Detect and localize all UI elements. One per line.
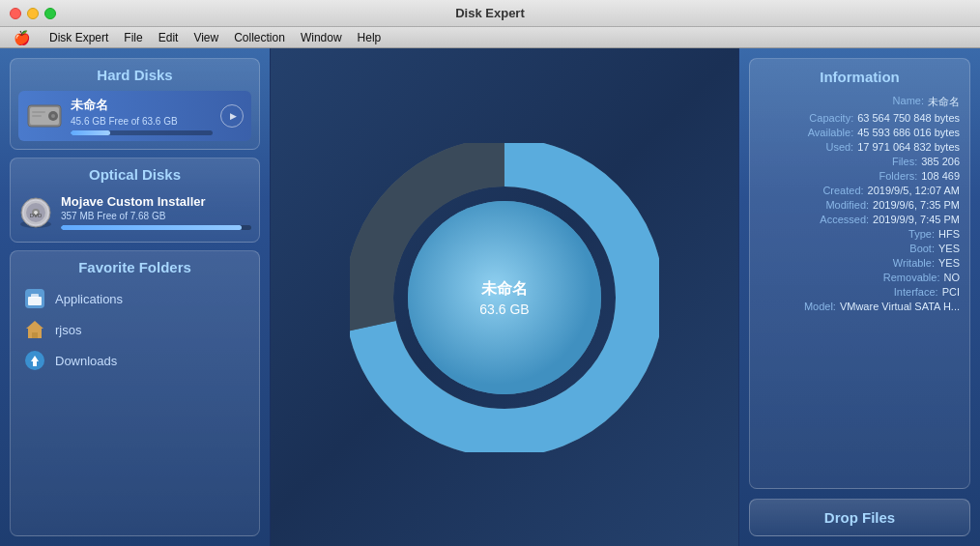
info-rows: Name:未命名Capacity:63 564 750 848 bytesAva… — [760, 95, 960, 312]
menu-app[interactable]: Disk Expert — [43, 29, 114, 46]
optical-disk-progress-bg — [61, 225, 251, 230]
folder-item-home[interactable]: rjsos — [18, 314, 251, 345]
donut-label: 未命名 63.6 GB — [479, 278, 529, 316]
window-title: Disk Expert — [455, 6, 525, 20]
favorite-folders-title: Favorite Folders — [18, 259, 251, 275]
info-box: Information Name:未命名Capacity:63 564 750 … — [749, 58, 970, 489]
hard-disk-progress-fill — [71, 130, 110, 135]
hard-disk-progress-bg — [71, 130, 213, 135]
info-row-label: Interface: — [894, 286, 938, 298]
info-row: Files:385 206 — [760, 156, 960, 167]
info-row-value: VMware Virtual SATA H... — [840, 301, 960, 312]
info-row: Modified:2019/9/6, 7:35 PM — [760, 199, 960, 211]
traffic-lights — [10, 8, 56, 19]
home-label: rjsos — [55, 323, 81, 337]
info-row: Interface:PCI — [760, 286, 960, 298]
info-row: Type:HFS — [760, 228, 960, 240]
info-row-value: 17 971 064 832 bytes — [857, 141, 960, 153]
optical-disks-section: Optical Disks DVD Mojave Custom Installe… — [10, 158, 260, 243]
menu-file[interactable]: File — [118, 29, 148, 46]
menu-edit[interactable]: Edit — [153, 29, 185, 46]
svg-rect-4 — [32, 111, 45, 113]
info-row: Available:45 593 686 016 bytes — [760, 127, 960, 138]
optical-disk-item[interactable]: DVD Mojave Custom Installer 357 MB Free … — [18, 190, 251, 234]
titlebar: Disk Expert — [0, 0, 980, 27]
close-button[interactable] — [10, 8, 21, 19]
main-area: Hard Disks 未命名 45.6 GB Free of 63.6 GB — [0, 48, 980, 546]
info-row-value: 未命名 — [928, 95, 960, 109]
info-row-value: YES — [938, 257, 960, 269]
apple-menu[interactable]: 🍎 — [8, 28, 36, 47]
downloads-icon — [24, 350, 45, 371]
optical-disk-info: Mojave Custom Installer 357 MB Free of 7… — [61, 194, 251, 230]
hard-disk-icon — [26, 101, 63, 130]
play-button[interactable] — [220, 104, 244, 128]
info-row: Name:未命名 — [760, 95, 960, 109]
info-row: Model:VMware Virtual SATA H... — [760, 301, 960, 312]
optical-disk-progress-fill — [61, 225, 242, 230]
info-row-value: HFS — [938, 228, 960, 240]
donut-disk-size: 63.6 GB — [479, 301, 529, 316]
hard-disk-info: 未命名 45.6 GB Free of 63.6 GB — [71, 97, 213, 135]
svg-rect-15 — [31, 294, 39, 298]
info-row-label: Available: — [808, 127, 854, 138]
svg-rect-5 — [32, 115, 42, 117]
info-row-label: Removable: — [883, 272, 940, 283]
info-row: Folders:108 469 — [760, 170, 960, 182]
svg-rect-14 — [28, 297, 42, 305]
menu-help[interactable]: Help — [352, 29, 388, 46]
optical-disks-title: Optical Disks — [18, 166, 251, 183]
applications-icon — [24, 288, 45, 309]
info-row: Writable:YES — [760, 257, 960, 269]
info-row-value: NO — [944, 272, 961, 283]
hard-disk-size: 45.6 GB Free of 63.6 GB — [71, 116, 213, 127]
hard-disk-item[interactable]: 未命名 45.6 GB Free of 63.6 GB — [18, 91, 251, 141]
info-row-label: Boot: — [909, 243, 935, 254]
info-row-value: PCI — [942, 286, 960, 298]
menu-view[interactable]: View — [187, 29, 224, 46]
info-row-label: Capacity: — [809, 112, 853, 124]
info-row-label: Folders: — [879, 170, 917, 182]
folder-item-downloads[interactable]: Downloads — [18, 345, 251, 376]
info-row-value: 108 469 — [921, 170, 960, 182]
info-row: Capacity:63 564 750 848 bytes — [760, 112, 960, 124]
menu-collection[interactable]: Collection — [228, 29, 291, 46]
svg-point-3 — [51, 114, 55, 118]
info-row-label: Type: — [908, 228, 935, 240]
dvd-icon: DVD — [18, 195, 53, 230]
donut-chart[interactable]: 未命名 63.6 GB — [350, 143, 659, 452]
hard-disks-title: Hard Disks — [18, 67, 251, 83]
info-row-value: 63 564 750 848 bytes — [857, 112, 960, 124]
home-icon — [24, 319, 45, 340]
hard-disk-name: 未命名 — [71, 97, 213, 114]
minimize-button[interactable] — [27, 8, 39, 19]
info-row-value: 45 593 686 016 bytes — [857, 127, 960, 138]
info-row-value: 385 206 — [921, 156, 960, 167]
folder-item-applications[interactable]: Applications — [18, 283, 251, 314]
info-row-value: 2019/9/6, 7:35 PM — [873, 199, 960, 211]
hard-disks-section: Hard Disks 未命名 45.6 GB Free of 63.6 GB — [10, 58, 260, 150]
maximize-button[interactable] — [44, 8, 56, 19]
svg-rect-17 — [32, 332, 38, 338]
info-row-label: Writable: — [893, 257, 935, 269]
info-row-label: Name: — [893, 95, 924, 109]
info-row: Removable:NO — [760, 272, 960, 283]
right-panel: Information Name:未命名Capacity:63 564 750 … — [738, 48, 980, 546]
info-row-value: YES — [938, 243, 960, 254]
info-row: Used:17 971 064 832 bytes — [760, 141, 960, 153]
applications-label: Applications — [55, 292, 123, 306]
info-row-label: Files: — [892, 156, 917, 167]
drop-files-button[interactable]: Drop Files — [749, 499, 970, 536]
donut-disk-name: 未命名 — [479, 278, 529, 299]
downloads-label: Downloads — [55, 354, 117, 368]
info-row-label: Accessed: — [820, 214, 869, 225]
menubar: 🍎 Disk Expert File Edit View Collection … — [0, 27, 980, 48]
menu-window[interactable]: Window — [295, 29, 348, 46]
info-row: Created:2019/9/5, 12:07 AM — [760, 185, 960, 196]
optical-disk-size: 357 MB Free of 7.68 GB — [61, 211, 251, 221]
info-row-label: Modified: — [825, 199, 869, 211]
info-row-label: Model: — [804, 301, 836, 312]
info-title: Information — [760, 69, 960, 85]
optical-disk-name: Mojave Custom Installer — [61, 194, 251, 209]
info-row-label: Created: — [822, 185, 863, 196]
